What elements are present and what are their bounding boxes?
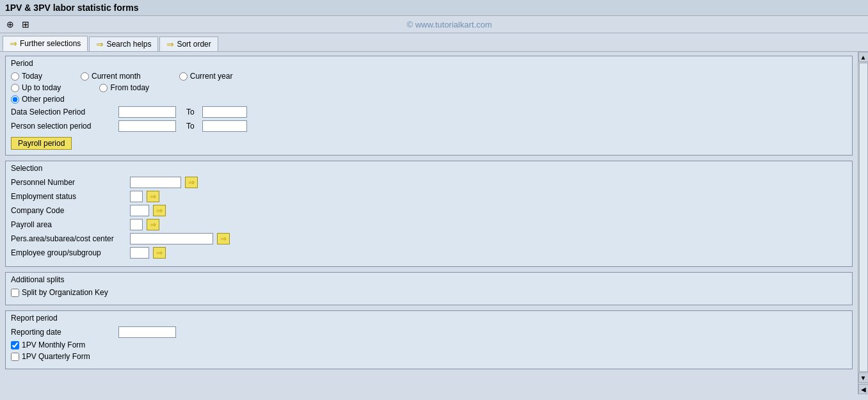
period-radio-row-3: Other period bbox=[11, 95, 847, 104]
main-area: Period Today Current month Current year bbox=[0, 52, 868, 394]
radio-current-month[interactable]: Current month bbox=[81, 72, 141, 81]
sel-input-2[interactable] bbox=[130, 205, 149, 216]
selection-row-1: Employment status ⇒ bbox=[11, 191, 847, 202]
radio-from-today[interactable]: From today bbox=[99, 83, 149, 92]
additional-splits-title: Additional splits bbox=[11, 275, 847, 284]
scroll-side-button[interactable]: ◀ bbox=[858, 384, 869, 394]
sel-label-0: Personnel Number bbox=[11, 178, 126, 187]
reporting-date-input[interactable] bbox=[118, 326, 176, 338]
watermark: © www.tutorialkart.com bbox=[35, 20, 864, 29]
sel-arrow-0[interactable]: ⇒ bbox=[185, 177, 198, 188]
tab-arrow-1: ⇒ bbox=[10, 38, 17, 49]
split-org-key-label: Split by Organization Key bbox=[22, 288, 108, 297]
data-selection-input[interactable] bbox=[118, 106, 176, 118]
data-selection-row: Data Selection Period To bbox=[11, 106, 847, 118]
data-selection-label: Data Selection Period bbox=[11, 108, 113, 116]
sel-arrow-3[interactable]: ⇒ bbox=[147, 219, 159, 230]
toolbar: ⊕ ⊞ © www.tutorialkart.com bbox=[0, 16, 868, 33]
sel-label-2: Company Code bbox=[11, 206, 126, 215]
tab-arrow-2: ⇒ bbox=[96, 39, 104, 49]
tab-arrow-3: ⇒ bbox=[166, 39, 174, 49]
selection-row-5: Employee group/subgroup ⇒ bbox=[11, 247, 847, 259]
person-selection-to: To bbox=[186, 122, 195, 131]
label-1pv-quarterly: 1PV Quarterly Form bbox=[22, 352, 90, 361]
data-selection-to-input[interactable] bbox=[202, 106, 247, 118]
sel-input-3[interactable] bbox=[130, 219, 143, 230]
checkbox-1pv-quarterly: 1PV Quarterly Form bbox=[11, 352, 847, 361]
person-selection-input[interactable] bbox=[118, 120, 176, 132]
sel-input-1[interactable] bbox=[130, 191, 143, 202]
period-section: Period Today Current month Current year bbox=[5, 56, 853, 156]
scroll-track[interactable] bbox=[859, 63, 868, 372]
sel-input-5[interactable] bbox=[130, 247, 149, 259]
tab-sort-order[interactable]: ⇒ Sort order bbox=[159, 36, 218, 51]
sel-arrow-4[interactable]: ⇒ bbox=[217, 233, 230, 244]
sel-label-3: Payroll area bbox=[11, 220, 126, 229]
selection-row-0: Personnel Number ⇒ bbox=[11, 177, 847, 188]
reporting-date-row: Reporting date bbox=[11, 326, 847, 338]
sel-arrow-5[interactable]: ⇒ bbox=[153, 247, 166, 259]
split-org-key-checkbox[interactable] bbox=[11, 289, 19, 297]
scroll-down-button[interactable]: ▼ bbox=[858, 372, 869, 383]
label-1pv-monthly: 1PV Monthly Form bbox=[22, 340, 85, 349]
reporting-date-label: Reporting date bbox=[11, 328, 113, 337]
additional-splits-section: Additional splits Split by Organization … bbox=[5, 272, 853, 305]
sel-input-0[interactable] bbox=[130, 177, 181, 188]
person-selection-to-input[interactable] bbox=[202, 120, 247, 132]
checkbox-1pv-quarterly-input[interactable] bbox=[11, 353, 19, 361]
period-radio-row-1: Today Current month Current year bbox=[11, 72, 847, 81]
radio-other-period[interactable]: Other period bbox=[11, 95, 65, 104]
sel-label-1: Employment status bbox=[11, 192, 126, 201]
person-selection-row: Person selection period To bbox=[11, 120, 847, 132]
selection-row-3: Payroll area ⇒ bbox=[11, 219, 847, 230]
person-selection-label: Person selection period bbox=[11, 122, 113, 131]
tab-further-selections[interactable]: ⇒ Further selections bbox=[3, 36, 88, 51]
report-period-section: Report period Reporting date 1PV Monthly… bbox=[5, 310, 853, 369]
period-radio-row-2: Up to today From today bbox=[11, 83, 847, 92]
tabs-bar: ⇒ Further selections ⇒ Search helps ⇒ So… bbox=[0, 33, 868, 52]
toolbar-icon-2[interactable]: ⊞ bbox=[19, 18, 32, 31]
app-title: 1PV & 3PV labor statistic forms bbox=[5, 3, 139, 13]
checkbox-1pv-monthly: 1PV Monthly Form bbox=[11, 340, 847, 349]
payroll-period-button[interactable]: Payroll period bbox=[11, 137, 72, 150]
report-period-title: Report period bbox=[11, 314, 847, 323]
title-bar: 1PV & 3PV labor statistic forms bbox=[0, 0, 868, 16]
scrollbar: ▲ ▼ ◀ bbox=[858, 52, 868, 394]
period-section-title: Period bbox=[11, 59, 847, 68]
sel-input-4[interactable] bbox=[130, 233, 213, 244]
sel-arrow-1[interactable]: ⇒ bbox=[147, 191, 159, 202]
sel-label-4: Pers.area/subarea/cost center bbox=[11, 234, 126, 243]
radio-today[interactable]: Today bbox=[11, 72, 42, 81]
data-selection-to: To bbox=[186, 108, 195, 116]
selection-section: Selection Personnel Number ⇒ Employment … bbox=[5, 161, 853, 267]
selection-section-title: Selection bbox=[11, 164, 847, 173]
scroll-up-button[interactable]: ▲ bbox=[858, 52, 869, 62]
radio-current-year[interactable]: Current year bbox=[179, 72, 233, 81]
selection-row-4: Pers.area/subarea/cost center ⇒ bbox=[11, 233, 847, 244]
content-area: Period Today Current month Current year bbox=[0, 52, 858, 394]
tab-search-helps[interactable]: ⇒ Search helps bbox=[89, 36, 158, 51]
selection-row-2: Company Code ⇒ bbox=[11, 205, 847, 216]
sel-arrow-2[interactable]: ⇒ bbox=[153, 205, 166, 216]
toolbar-icon-1[interactable]: ⊕ bbox=[4, 18, 17, 31]
split-org-key-row: Split by Organization Key bbox=[11, 288, 847, 297]
checkbox-1pv-monthly-input[interactable] bbox=[11, 341, 19, 349]
sel-label-5: Employee group/subgroup bbox=[11, 248, 126, 257]
radio-up-to-today[interactable]: Up to today bbox=[11, 83, 61, 92]
